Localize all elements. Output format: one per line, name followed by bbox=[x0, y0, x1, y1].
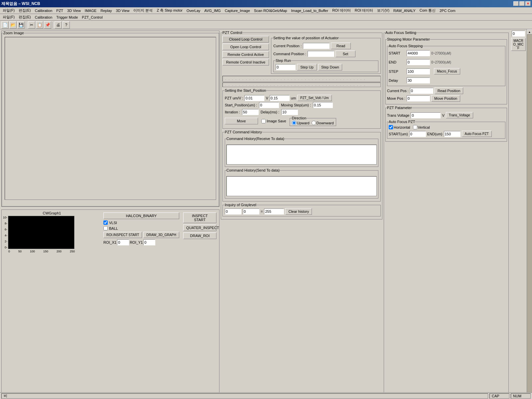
image-save-checkbox[interactable] bbox=[261, 119, 266, 123]
toolbar-copy[interactable]: 📋 bbox=[36, 21, 43, 29]
current-pos-af-row: Current Pos : Read Position bbox=[387, 87, 505, 94]
upward-radio[interactable] bbox=[292, 121, 296, 125]
horizontal-checkbox[interactable] bbox=[389, 125, 393, 129]
menu-raw-analy[interactable]: RAW_ANALY bbox=[391, 8, 418, 13]
menu-imganalysis[interactable]: 이미지 분석 bbox=[131, 7, 155, 14]
close-btn[interactable]: ✕ bbox=[525, 1, 531, 6]
menu-zstep[interactable]: Z 축 Step motor bbox=[155, 7, 185, 14]
current-pos-input[interactable] bbox=[303, 43, 330, 49]
submenu-calibration[interactable]: Calibration bbox=[33, 15, 55, 20]
far-right-input[interactable] bbox=[512, 31, 525, 37]
menu-view[interactable]: 보기(V) bbox=[375, 7, 391, 14]
menu-scan-roi[interactable]: Scan ROI&GetzMap bbox=[252, 8, 289, 13]
read-btn[interactable]: Read bbox=[331, 43, 351, 49]
vlsi-checkbox[interactable] bbox=[103, 220, 108, 225]
af-start-input[interactable] bbox=[407, 50, 430, 56]
menu-2pc-com[interactable]: 2PC Com bbox=[438, 8, 458, 13]
move-pos-af-input[interactable] bbox=[407, 95, 430, 101]
af-delay-input[interactable] bbox=[407, 77, 430, 83]
start-pos-input[interactable] bbox=[259, 102, 279, 108]
toolbar-print[interactable]: 🖨 bbox=[55, 21, 62, 29]
menu-pzt[interactable]: PZT bbox=[54, 8, 65, 13]
menu-capture[interactable]: Capture_Image bbox=[223, 8, 252, 13]
menu-roi-data1[interactable]: ROI 데이터 bbox=[330, 7, 353, 14]
roi-y1-input[interactable] bbox=[143, 239, 155, 245]
move-position-btn[interactable]: Move Position bbox=[431, 95, 460, 102]
minimize-btn[interactable]: _ bbox=[513, 1, 519, 6]
menu-overlay[interactable]: OverLay bbox=[185, 8, 202, 13]
menu-replay[interactable]: Replay bbox=[98, 8, 114, 13]
graylevel-input1[interactable] bbox=[225, 208, 241, 214]
pzt-um-v-input[interactable] bbox=[244, 95, 264, 101]
send-history-textarea[interactable] bbox=[226, 176, 377, 196]
scrollbar-right[interactable]: ▲ ▼ bbox=[527, 29, 532, 399]
step-down-btn[interactable]: Step Down bbox=[318, 64, 342, 70]
trans-voltage-input[interactable] bbox=[411, 112, 441, 118]
step-run-input[interactable] bbox=[276, 64, 296, 70]
halcon-binary-btn[interactable]: HALCON_BINARY bbox=[103, 212, 179, 219]
closed-loop-btn[interactable]: Closed Loop Control bbox=[222, 36, 269, 43]
delay-input[interactable] bbox=[281, 109, 298, 115]
submenu-edit[interactable]: 편집(E) bbox=[17, 14, 33, 20]
roi-inspect-start-btn[interactable]: ROI.INSPECT START bbox=[103, 232, 142, 238]
step-up-btn[interactable]: Step Up bbox=[297, 64, 317, 70]
submenu-trigger[interactable]: Trigger Mode bbox=[54, 15, 80, 20]
draw-3d-graph-btn[interactable]: DRAW_3D_GRAPH bbox=[143, 232, 179, 238]
moving-step-input[interactable] bbox=[313, 102, 333, 108]
toolbar-open[interactable]: 📂 bbox=[9, 21, 17, 29]
pzt-set-btn[interactable]: PZT_Set_Volt / Um bbox=[297, 95, 332, 101]
move-pos-af-row: Move Pos : Move Position bbox=[387, 95, 505, 102]
macro-focus-btn[interactable]: Macro_Focus bbox=[434, 68, 460, 74]
draw-roi-btn[interactable]: DRAW_ROI bbox=[183, 232, 216, 239]
submenu-file[interactable]: 파일(F) bbox=[1, 14, 17, 20]
clear-history-btn[interactable]: Clear history bbox=[285, 208, 312, 215]
scroll-track[interactable] bbox=[527, 35, 532, 399]
quater-inspect-btn[interactable]: QUATER_INSPECT bbox=[183, 224, 216, 231]
af-step-input[interactable] bbox=[407, 68, 430, 74]
auto-focus-pzt-btn[interactable]: Auto Focus PZT bbox=[462, 131, 492, 137]
start-um-input[interactable] bbox=[409, 131, 426, 137]
menu-com[interactable]: Com 통신 bbox=[418, 7, 438, 14]
menu-3dview[interactable]: 3D View bbox=[65, 8, 83, 13]
maximize-btn[interactable]: □ bbox=[519, 1, 525, 6]
toolbar-new[interactable]: 📄 bbox=[1, 21, 9, 29]
graylevel-input2[interactable] bbox=[243, 208, 259, 214]
pzt-um-input[interactable] bbox=[270, 95, 290, 101]
ball-checkbox[interactable] bbox=[103, 226, 108, 230]
menu-3dview2[interactable]: 3D View bbox=[114, 8, 132, 13]
toolbar-paste[interactable]: 📌 bbox=[44, 21, 51, 29]
current-pos-af-input[interactable] bbox=[410, 88, 433, 94]
roi-x1-input[interactable] bbox=[117, 239, 129, 245]
slider-row2[interactable]: . . . . . . . . . . . . . . . . . . . . … bbox=[222, 82, 381, 87]
macro-micf-btn[interactable]: MACRO_MICF bbox=[511, 38, 526, 51]
menu-edit[interactable]: 편집(E) bbox=[17, 7, 33, 14]
command-pos-input[interactable] bbox=[308, 51, 334, 57]
scroll-up-arrow[interactable]: ▲ bbox=[527, 29, 532, 35]
slider-row[interactable]: . . . . . . . . . . . . . . . . . . . . … bbox=[222, 76, 381, 82]
graylevel-result[interactable] bbox=[264, 208, 284, 214]
menu-file[interactable]: 파일(F) bbox=[1, 7, 17, 14]
menu-image[interactable]: IMAGE bbox=[83, 8, 98, 13]
remote-active-btn[interactable]: Remote Control Active bbox=[222, 51, 269, 58]
menu-avgimg[interactable]: AVG_IMG bbox=[202, 8, 223, 13]
trans-voltage-btn[interactable]: Trans_Voltage bbox=[446, 112, 473, 118]
move-btn[interactable]: Move bbox=[225, 118, 258, 124]
receive-history-textarea[interactable] bbox=[226, 145, 377, 165]
af-end-input[interactable] bbox=[407, 59, 430, 65]
read-position-btn[interactable]: Read Position bbox=[435, 87, 464, 94]
toolbar-cut[interactable]: ✂ bbox=[28, 21, 35, 29]
iteration-input[interactable] bbox=[242, 109, 259, 115]
menu-calibration[interactable]: Calibration bbox=[33, 8, 55, 13]
toolbar-save[interactable]: 💾 bbox=[17, 21, 25, 29]
set-btn[interactable]: Set bbox=[335, 51, 355, 57]
inspect-start-btn[interactable]: INSPECT START bbox=[183, 212, 216, 223]
menu-load-buffer[interactable]: Image_Load_to_Buffer bbox=[289, 8, 330, 13]
open-loop-btn[interactable]: Open Loop Control bbox=[222, 44, 269, 50]
downward-radio[interactable] bbox=[312, 121, 316, 125]
submenu-pzt-control[interactable]: PZT_Control bbox=[80, 15, 104, 20]
menu-roi-data2[interactable]: ROI 데이터 bbox=[353, 7, 375, 14]
vertical-checkbox[interactable] bbox=[413, 125, 417, 129]
end-um-input[interactable] bbox=[444, 131, 461, 137]
toolbar-help[interactable]: ? bbox=[63, 21, 70, 29]
remote-inactive-btn[interactable]: Remote Control Inactive bbox=[222, 59, 269, 66]
